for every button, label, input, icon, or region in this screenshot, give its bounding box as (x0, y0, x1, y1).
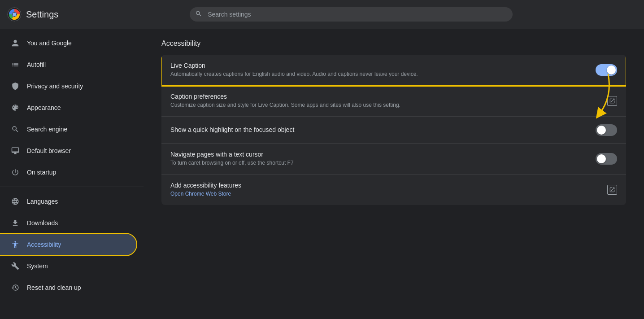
caption-pref-text: Caption preferences Customize caption si… (170, 93, 596, 109)
app-header: Settings (0, 0, 644, 29)
history-icon (11, 283, 20, 292)
quick-highlight-toggle[interactable] (596, 124, 617, 136)
sidebar-item-default-browser[interactable]: Default browser (0, 140, 136, 162)
monitor-icon (11, 146, 20, 155)
text-cursor-desc: To turn caret browsing on or off, use th… (170, 159, 585, 167)
sidebar-label-downloads: Downloads (27, 219, 58, 227)
sidebar-item-accessibility[interactable]: Accessibility (0, 234, 136, 255)
add-accessibility-external-link[interactable] (607, 185, 617, 195)
text-cursor-text: Navigate pages with a text cursor To tur… (170, 151, 585, 167)
shield-icon (11, 82, 20, 91)
sidebar-divider (0, 187, 144, 187)
live-caption-row: Live Caption Automatically creates capti… (161, 55, 626, 86)
search-icon (195, 10, 202, 19)
caption-pref-label: Caption preferences (170, 93, 596, 100)
wrench-icon (11, 262, 20, 271)
sidebar-item-languages[interactable]: Languages (0, 191, 136, 212)
content-area: Accessibility Live Caption Automatically… (144, 29, 644, 319)
sidebar-item-autofill[interactable]: Autofill (0, 54, 136, 75)
app-title: Settings (26, 9, 58, 20)
add-accessibility-label: Add accessibility features (170, 182, 596, 189)
sidebar-label-you-google: You and Google (27, 39, 72, 47)
sidebar-item-search-engine[interactable]: Search engine (0, 118, 136, 140)
settings-card: Live Caption Automatically creates capti… (161, 55, 626, 205)
sidebar-item-you-google[interactable]: You and Google (0, 32, 136, 54)
sidebar-label-privacy: Privacy and security (27, 83, 83, 90)
globe-icon (11, 197, 20, 206)
quick-highlight-text: Show a quick highlight on the focused ob… (170, 126, 585, 134)
svg-point-5 (13, 13, 16, 16)
sidebar-item-appearance[interactable]: Appearance (0, 97, 136, 118)
text-cursor-label: Navigate pages with a text cursor (170, 151, 585, 158)
page-title: Accessibility (161, 39, 626, 48)
caption-pref-control (607, 96, 617, 106)
accessibility-icon (11, 240, 20, 249)
magnify-icon (11, 125, 20, 134)
download-icon (11, 218, 20, 227)
add-accessibility-control (607, 185, 617, 195)
quick-highlight-control (596, 124, 617, 136)
sidebar-item-privacy-security[interactable]: Privacy and security (0, 75, 136, 97)
sidebar-item-on-startup[interactable]: On startup (0, 162, 136, 183)
palette-icon (11, 103, 20, 112)
quick-highlight-row: Show a quick highlight on the focused ob… (161, 117, 626, 144)
main-layout: You and Google Autofill Privacy and secu… (0, 29, 644, 319)
sidebar: You and Google Autofill Privacy and secu… (0, 29, 144, 319)
sidebar-label-appearance: Appearance (27, 104, 61, 111)
quick-highlight-label: Show a quick highlight on the focused ob… (170, 126, 585, 133)
caption-pref-external-link[interactable] (607, 96, 617, 106)
text-cursor-control (596, 153, 617, 165)
add-accessibility-text: Add accessibility features Open Chrome W… (170, 182, 596, 198)
search-bar (190, 7, 513, 22)
live-caption-control (596, 64, 617, 76)
text-cursor-row: Navigate pages with a text cursor To tur… (161, 144, 626, 175)
text-cursor-toggle[interactable] (596, 153, 617, 165)
sidebar-label-accessibility: Accessibility (27, 241, 61, 248)
sidebar-item-downloads[interactable]: Downloads (0, 212, 136, 234)
sidebar-label-search-engine: Search engine (27, 126, 67, 133)
caption-pref-desc: Customize caption size and style for Liv… (170, 101, 596, 109)
add-accessibility-desc: Open Chrome Web Store (170, 190, 596, 198)
sidebar-label-default-browser: Default browser (27, 147, 71, 154)
live-caption-label: Live Caption (170, 62, 585, 69)
search-input[interactable] (190, 7, 513, 22)
sidebar-label-system: System (27, 262, 48, 270)
header-logo: Settings (7, 7, 58, 22)
sidebar-item-reset-cleanup[interactable]: Reset and clean up (0, 277, 136, 298)
sidebar-label-languages: Languages (27, 198, 58, 205)
list-icon (11, 60, 20, 69)
add-accessibility-row: Add accessibility features Open Chrome W… (161, 175, 626, 205)
live-caption-desc: Automatically creates captions for Engli… (170, 70, 585, 78)
live-caption-text: Live Caption Automatically creates capti… (170, 62, 585, 78)
power-icon (11, 168, 20, 177)
sidebar-item-system[interactable]: System (0, 255, 136, 277)
sidebar-label-reset-cleanup: Reset and clean up (27, 284, 81, 291)
caption-preferences-row: Caption preferences Customize caption si… (161, 86, 626, 117)
sidebar-label-on-startup: On startup (27, 169, 56, 176)
sidebar-label-autofill: Autofill (27, 61, 46, 68)
live-caption-toggle[interactable] (596, 64, 617, 76)
person-icon (11, 39, 20, 48)
chrome-logo-icon (7, 7, 22, 22)
